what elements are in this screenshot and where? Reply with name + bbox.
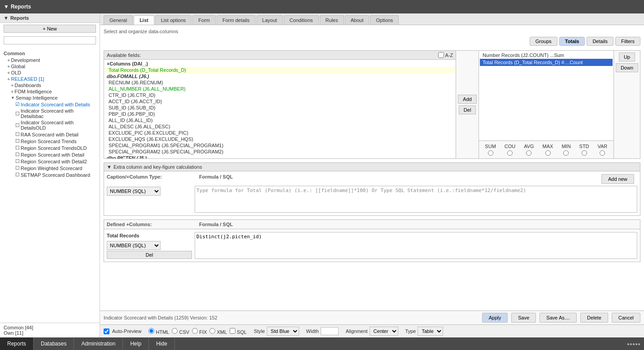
delete-button[interactable]: Delete xyxy=(580,313,608,323)
tab-conditions[interactable]: Conditions xyxy=(284,15,319,25)
field-item[interactable]: ALL_ID (J6.ALL_ID) xyxy=(105,117,455,123)
down-button[interactable]: Down xyxy=(616,63,638,72)
sidebar-item-label: Global xyxy=(11,64,25,69)
field-item[interactable]: SPECIAL_PROGRAM1 (J6.SPECIAL_PROGRAM1) xyxy=(105,142,455,149)
defined-type-select[interactable]: NUMBER (SQL) xyxy=(107,241,161,250)
available-fields-label: Available fields: xyxy=(107,52,141,58)
type-select[interactable]: NUMBER (SQL) xyxy=(107,187,161,196)
del-button[interactable]: Del xyxy=(459,105,476,114)
sidebar-item-development[interactable]: + Development xyxy=(2,57,98,63)
sidebar-item-semap[interactable]: ▼ Semap Intelligence xyxy=(2,95,98,101)
agg-radio-cou[interactable] xyxy=(507,150,513,156)
sidebar-item-region-trends[interactable]: ☐ Region Scorecard Trends xyxy=(2,138,98,144)
az-checkbox-label[interactable]: A-Z xyxy=(438,52,453,58)
sidebar-item-dashboards[interactable]: + Dashboards xyxy=(2,82,98,88)
footer-administration[interactable]: Administration xyxy=(74,337,123,350)
sql-checkbox[interactable] xyxy=(230,328,235,334)
apply-button[interactable]: Apply xyxy=(482,313,508,323)
sidebar-item-raa[interactable]: ☐ RAA Scorecard with Detail xyxy=(2,131,98,138)
tab-list-options[interactable]: List options xyxy=(155,15,192,25)
add-button[interactable]: Add xyxy=(458,95,477,104)
field-item[interactable]: SPECIAL_PROGRAM2 (J6.SPECIAL_PROGRAM2) xyxy=(105,149,455,155)
tab-list[interactable]: List xyxy=(134,15,154,25)
formula-textarea[interactable]: Type formula for Total (Formula) (i.e.: … xyxy=(195,186,637,213)
agg-radio-min[interactable] xyxy=(563,150,569,156)
tab-options[interactable]: Options xyxy=(370,15,399,25)
plus-icon: + xyxy=(7,57,10,63)
sidebar-item-indicator1[interactable]: ☑ Indicator Scorecard with Details xyxy=(2,101,98,108)
sidebar-item-region-trends-old[interactable]: ☐ Region Scorecard TrendsOLD xyxy=(2,144,98,151)
tab-rules[interactable]: Rules xyxy=(320,15,344,25)
xml-radio-label[interactable]: XML xyxy=(209,328,227,335)
new-button[interactable]: + New xyxy=(4,25,96,33)
alignment-select[interactable]: Center xyxy=(370,327,398,336)
agg-radio-var[interactable] xyxy=(600,150,605,156)
html-radio[interactable] xyxy=(148,328,154,334)
field-item[interactable]: CTR_ID (J6.CTR_ID) xyxy=(105,92,455,98)
footer-reports[interactable]: Reports xyxy=(0,337,34,350)
az-checkbox[interactable] xyxy=(438,52,444,58)
width-input[interactable] xyxy=(321,327,339,335)
sidebar-item-global[interactable]: + Global xyxy=(2,63,98,70)
selected-field-item-highlighted[interactable]: Total Records (D_Total Records_D) #....C… xyxy=(480,59,613,66)
fields-list[interactable]: +Columns (DAI_.) Total Records (D_Total … xyxy=(104,60,456,158)
field-item[interactable]: EXCLUDE_PIC (J6.EXCLUDE_PIC) xyxy=(105,130,455,136)
csv-radio[interactable] xyxy=(172,328,178,334)
field-item[interactable]: EXCLUDE_HQS (J6.EXCLUDE_HQS) xyxy=(105,136,455,142)
sub-tab-groups[interactable]: Groups xyxy=(530,37,557,46)
sidebar-item-region-weighted[interactable]: ☐ Region Weighted Scorecard xyxy=(2,165,98,171)
sidebar-item-setmap[interactable]: ☐ SETMAP Scorecard Dashboard xyxy=(2,171,98,178)
agg-radio-sum[interactable] xyxy=(488,150,493,156)
tab-layout[interactable]: Layout xyxy=(257,15,283,25)
field-item[interactable]: RECNUM (J6.RECNUM) xyxy=(105,79,455,86)
save-button[interactable]: Save xyxy=(511,313,536,323)
tab-general[interactable]: General xyxy=(104,15,133,25)
save-as-button[interactable]: Save As.... xyxy=(540,313,577,323)
defined-del-button[interactable]: Del xyxy=(107,251,192,259)
type-select[interactable]: Table xyxy=(418,327,443,336)
sidebar-item-indicator2[interactable]: ☐ Indicator Scorecard with Detailsbac xyxy=(2,108,98,119)
tab-form[interactable]: Form xyxy=(192,15,216,25)
defined-row: Total Records NUMBER (SQL) Del Distinct(… xyxy=(107,232,637,259)
sidebar-item-indicator3[interactable]: ☐ Indicator Scorecard with DetailsOLD xyxy=(2,119,98,131)
sub-tab-totals[interactable]: Totals xyxy=(559,37,585,46)
fix-radio-label[interactable]: FIX xyxy=(192,328,207,335)
csv-radio-label[interactable]: CSV xyxy=(172,328,189,335)
defined-formula-area[interactable]: Distinct(j2.picten_id) xyxy=(195,232,637,259)
cancel-button[interactable]: Cancel xyxy=(612,313,640,323)
agg-radio-std[interactable] xyxy=(582,150,587,156)
field-item[interactable]: SUB_ID (J6.SUB_ID) xyxy=(105,105,455,111)
xml-radio[interactable] xyxy=(209,328,215,334)
sidebar-item-old[interactable]: + OLD xyxy=(2,70,98,76)
sidebar-item-region-detail2[interactable]: ☐ Region Scorecard with Detail2 xyxy=(2,158,98,165)
sidebar-item-label: Indicator Scorecard with DetailsOLD xyxy=(21,120,96,131)
footer-databases[interactable]: Databases xyxy=(34,337,74,350)
selected-field-item[interactable]: Number Records (J2.COUNT) ...Sum xyxy=(480,52,613,59)
search-input[interactable] xyxy=(4,36,96,44)
field-item[interactable]: PBP_ID (J6.PBP_ID) xyxy=(105,111,455,117)
agg-radio-max[interactable] xyxy=(545,150,551,156)
html-radio-label[interactable]: HTML xyxy=(148,328,169,335)
field-item[interactable]: Total Records (D_Total Records_D) xyxy=(105,67,455,73)
sidebar-item-region-detail[interactable]: ☐ Region Scorecard with Detail xyxy=(2,151,98,158)
add-new-button[interactable]: Add new xyxy=(601,174,634,184)
field-item[interactable]: ACCT_ID (J6.ACCT_ID) xyxy=(105,98,455,105)
field-item[interactable]: ALL_NUMBER (J6.ALL_NUMBER) xyxy=(105,86,455,92)
sql-checkbox-label[interactable]: SQL xyxy=(230,328,247,335)
field-item[interactable]: ALL_DESC (J6.ALL_DESC) xyxy=(105,123,455,130)
sub-tab-filters[interactable]: Filters xyxy=(615,37,640,46)
agg-radio-avg[interactable] xyxy=(526,150,531,156)
tab-about[interactable]: About xyxy=(345,15,370,25)
footer-help[interactable]: Help xyxy=(123,337,149,350)
fix-radio[interactable] xyxy=(192,328,198,334)
auto-preview-label[interactable]: Auto-Preview xyxy=(104,328,141,334)
selected-fields-list[interactable]: Number Records (J2.COUNT) ...Sum Total R… xyxy=(479,51,614,140)
footer-hide[interactable]: Hide xyxy=(149,337,175,350)
up-button[interactable]: Up xyxy=(619,52,635,61)
sidebar-item-released[interactable]: + RELEASED [1] xyxy=(2,76,98,82)
auto-preview-checkbox[interactable] xyxy=(104,328,109,334)
style-select[interactable]: Std Blue xyxy=(267,327,299,336)
tab-form-details[interactable]: Form details xyxy=(217,15,256,25)
sidebar-item-fom[interactable]: + FOM Intelligence xyxy=(2,88,98,95)
sub-tab-details[interactable]: Details xyxy=(587,37,614,46)
